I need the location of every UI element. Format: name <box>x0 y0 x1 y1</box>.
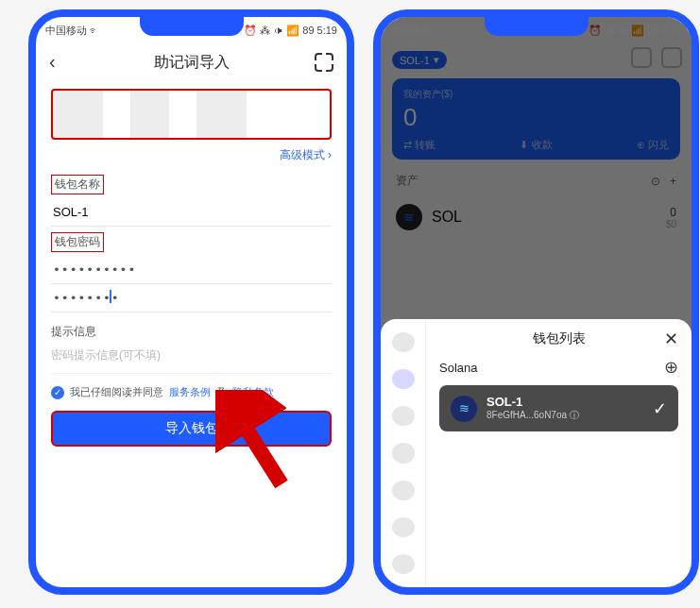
chain-sidebar <box>381 319 426 587</box>
sidebar-chain-icon-7[interactable] <box>392 554 415 574</box>
chain-name: Solana <box>439 361 477 375</box>
agree-checkbox[interactable]: ✓ <box>51 386 64 399</box>
sheet-main: 钱包列表 ✕ Solana ⊕ ≋ SOL-1 8FeGfHA...6oN7oa… <box>426 319 691 587</box>
close-icon[interactable]: ✕ <box>664 329 678 349</box>
sidebar-chain-icon-4[interactable] <box>392 443 415 463</box>
sidebar-chain-icon-2[interactable] <box>392 369 415 389</box>
check-icon: ✓ <box>653 398 667 419</box>
wallet-list-sheet: 钱包列表 ✕ Solana ⊕ ≋ SOL-1 8FeGfHA...6oN7oa… <box>381 319 691 587</box>
add-wallet-icon[interactable]: ⊕ <box>664 357 678 378</box>
password-input[interactable]: •••••••••• <box>51 256 332 284</box>
back-icon[interactable]: ‹ <box>49 51 56 73</box>
notch <box>485 15 589 36</box>
sidebar-chain-icon-6[interactable] <box>392 517 415 537</box>
phone-right: 中国移动 ᯤ ⏰ ⁂ 🕩 📶 89 5:19 SOL-1 ▾ 我的资产($) 0… <box>373 9 699 595</box>
wallet-name-input[interactable] <box>51 198 332 227</box>
battery-label: 89 <box>302 25 314 36</box>
wallet-item-address: 8FeGfHA...6oN7oa ⓘ <box>487 409 579 422</box>
sheet-title: 钱包列表 <box>439 330 678 347</box>
notch <box>140 15 244 36</box>
sidebar-chain-icon-5[interactable] <box>392 481 415 500</box>
carrier-label: 中国移动 <box>45 24 87 38</box>
annotation-arrow-icon <box>215 390 300 494</box>
sidebar-chain-icon-1[interactable] <box>392 332 415 352</box>
page-title: 助记词导入 <box>154 53 230 73</box>
wallet-item-icon: ≋ <box>451 396 477 422</box>
agree-text-pre: 我已仔细阅读并同意 <box>70 385 163 399</box>
status-icons: ⏰ ⁂ 🕩 📶 <box>244 25 299 37</box>
wallet-item-sol1[interactable]: ≋ SOL-1 8FeGfHA...6oN7oa ⓘ ✓ <box>439 385 678 431</box>
mnemonic-input[interactable] <box>51 89 332 140</box>
scan-icon[interactable] <box>315 53 333 72</box>
time-label: 5:19 <box>317 25 337 36</box>
label-hint: 提示信息 <box>51 324 332 340</box>
hint-input[interactable]: 密码提示信息(可不填) <box>51 344 332 374</box>
sidebar-chain-icon-3[interactable] <box>392 406 415 426</box>
label-wallet-name: 钱包名称 <box>51 175 104 194</box>
phone-left: 中国移动 ᯤ ⏰ ⁂ 🕩 📶 89 5:19 ‹ 助记词导入 高级模式 › 钱包… <box>28 9 354 595</box>
terms-link[interactable]: 服务条例 <box>169 385 211 399</box>
chain-row: Solana ⊕ <box>439 357 678 378</box>
password-confirm-input[interactable]: •••••••• <box>51 284 332 312</box>
wallet-item-name: SOL-1 <box>487 395 579 409</box>
label-wallet-password: 钱包密码 <box>51 232 104 252</box>
text-cursor <box>110 290 111 303</box>
signal-icon: ᯤ <box>89 25 99 36</box>
title-bar: ‹ 助记词导入 <box>36 43 347 81</box>
advanced-mode-link[interactable]: 高级模式 › <box>51 147 332 163</box>
